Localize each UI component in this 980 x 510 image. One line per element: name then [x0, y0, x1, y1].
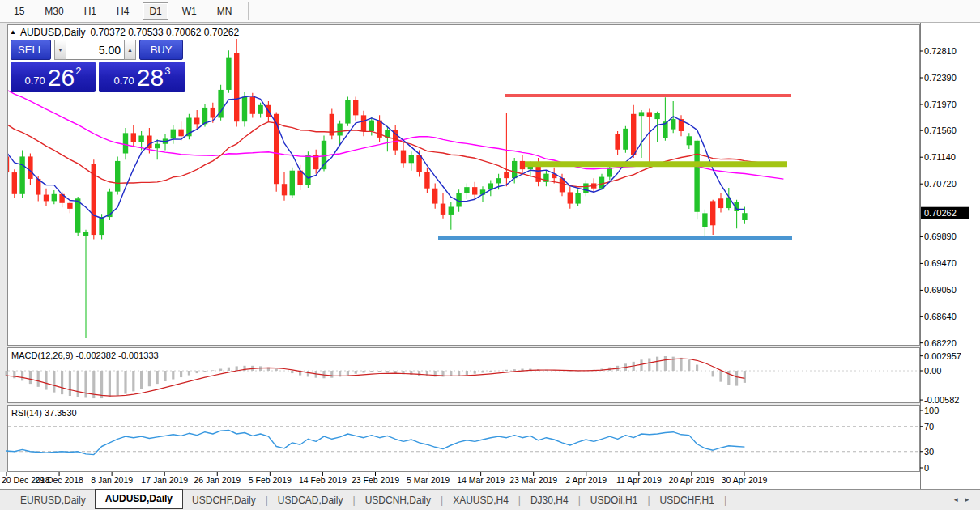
date-axis-label: 5 Feb 2019: [249, 475, 292, 485]
price-axis-label: 0.71140: [924, 152, 956, 162]
price-axis-label: 0.68220: [924, 338, 957, 348]
candle-body: [131, 133, 136, 142]
candle-body: [19, 156, 24, 193]
rsi-axis-label: 0: [924, 463, 929, 473]
candle-body: [512, 161, 517, 178]
sell-price-pip: 2: [75, 65, 81, 77]
chart-tab-eurusd-daily[interactable]: EURUSD,Daily: [11, 492, 95, 508]
chart-collapse-icon[interactable]: ▲: [10, 28, 16, 36]
chart-symbol-title: ▲AUDUSD,Daily0.70372 0.70533 0.70062 0.7…: [10, 27, 239, 38]
candle-body: [424, 172, 429, 188]
rsi-axis-label: 70: [924, 422, 934, 431]
candle-body: [702, 213, 707, 227]
candle-body: [171, 130, 176, 139]
price-axis-label: 0.69890: [924, 232, 957, 241]
candle-body: [178, 130, 183, 137]
sell-button[interactable]: SELL: [11, 40, 51, 60]
price-axis-label: 0.69470: [924, 258, 957, 268]
date-axis-label: 30 Apr 2019: [722, 475, 768, 485]
price-axis-label: 0.72390: [924, 73, 957, 83]
candle-body: [282, 184, 287, 195]
tab-separator: |: [647, 495, 650, 506]
candle-body: [432, 189, 437, 204]
candle-body: [520, 161, 525, 169]
date-axis-label: 8 Jan 2019: [91, 475, 133, 485]
chart-tab-dj30-h4[interactable]: DJ30,H4: [522, 492, 577, 508]
price-axis-label: 0.69050: [924, 285, 957, 295]
candle-body: [694, 141, 699, 212]
chart-tab-audusd-daily[interactable]: AUDUSD,Daily: [95, 489, 183, 509]
candle-body: [623, 129, 628, 150]
candle-body: [345, 100, 350, 124]
candle-body: [226, 58, 231, 90]
one-click-trading-panel: SELL ▼ ▲ BUY 0.70 26 2 0.70 28 3: [11, 40, 185, 92]
candle-body: [401, 151, 406, 164]
buy-price-button[interactable]: 0.70 28 3: [99, 62, 185, 92]
candle-body: [75, 198, 80, 232]
timeframe-button-w1[interactable]: W1: [176, 2, 203, 20]
date-axis-label: 23 Mar 2019: [509, 475, 557, 485]
chart-ohlc-values: 0.70372 0.70533 0.70062 0.70262: [91, 27, 240, 38]
candle-body: [441, 204, 445, 215]
candle-body: [575, 193, 580, 203]
date-axis-label: 5 Mar 2019: [407, 475, 450, 485]
buy-price-prefix: 0.70: [114, 74, 134, 87]
timeframe-button-15[interactable]: 15: [7, 2, 31, 20]
chart-tab-usdoil-h1[interactable]: USDOil,H1: [582, 492, 647, 508]
candle-body: [202, 108, 207, 124]
candle-body: [369, 121, 374, 131]
buy-price-main: 28: [137, 66, 164, 90]
date-axis-label: 14 Mar 2019: [457, 475, 505, 485]
date-axis-label: 29 Dec 2018: [35, 475, 83, 485]
candle-body: [687, 136, 692, 145]
rsi-pane: [8, 406, 920, 472]
buy-button[interactable]: BUY: [139, 40, 183, 60]
timeframe-button-h1[interactable]: H1: [78, 2, 103, 20]
rsi-axis-label: 30: [924, 447, 934, 457]
chart-tab-bar: EURUSD,DailyAUDUSD,DailyUSDCHF,Daily|USD…: [0, 489, 980, 510]
date-axis-label: 11 Apr 2019: [616, 475, 662, 485]
candle-body: [67, 203, 72, 209]
timeframe-button-m30[interactable]: M30: [38, 2, 70, 20]
candle-body: [242, 97, 247, 122]
tab-scroll-right-icon[interactable]: ►: [964, 496, 975, 504]
candle-body: [99, 217, 104, 235]
date-axis-label: 26 Jan 2019: [194, 475, 241, 485]
volume-input[interactable]: [66, 40, 124, 60]
macd-axis-label: 0.00: [924, 366, 941, 376]
volume-increase-button[interactable]: ▲: [124, 40, 136, 60]
timeframe-button-mn[interactable]: MN: [211, 2, 239, 20]
chart-tab-usdcad-daily[interactable]: USDCAD,Daily: [269, 492, 352, 508]
axis-column-background: [920, 23, 980, 489]
timeframe-button-h4[interactable]: H4: [110, 2, 135, 20]
candle-body: [290, 171, 295, 196]
timeframe-button-d1[interactable]: D1: [143, 2, 168, 20]
date-axis-label: 20 Apr 2019: [669, 475, 715, 485]
price-axis-label: 0.68640: [924, 312, 957, 321]
candle-body: [12, 172, 17, 194]
chart-tab-usdcnh-daily[interactable]: USDCNH,Daily: [356, 492, 440, 508]
volume-decrease-button[interactable]: ▼: [54, 40, 66, 60]
tab-separator: |: [441, 495, 443, 506]
candle-body: [718, 198, 723, 208]
sell-price-button[interactable]: 0.70 26 2: [11, 62, 96, 92]
date-axis-label: 2 Apr 2019: [565, 475, 607, 485]
candle-body: [742, 213, 747, 220]
candle-body: [305, 155, 310, 185]
candle-body: [464, 187, 469, 193]
chart-tab-usdchf-daily[interactable]: USDCHF,Daily: [183, 492, 265, 508]
chart-symbol-label: AUDUSD,Daily: [20, 27, 86, 38]
rsi-indicator-label: RSI(14) 37.3530: [11, 408, 77, 418]
tab-scroll-arrows[interactable]: ◄►: [952, 496, 975, 504]
tab-scroll-left-icon[interactable]: ◄: [952, 496, 964, 504]
tab-separator: |: [266, 495, 268, 506]
current-price-label: 0.70262: [924, 208, 957, 218]
chart-tab-usdchf-h1[interactable]: USDCHF,H1: [651, 492, 723, 508]
candle-body: [647, 112, 652, 117]
price-axis-label: 0.72810: [924, 46, 957, 56]
candle-body: [44, 195, 49, 202]
timeframe-toolbar: 15M30H1H4D1W1MN: [0, 0, 980, 23]
date-axis-label: 17 Jan 2019: [141, 475, 188, 485]
candle-body: [115, 161, 120, 192]
chart-tab-xauusd-h4[interactable]: XAUUSD,H4: [444, 492, 518, 508]
